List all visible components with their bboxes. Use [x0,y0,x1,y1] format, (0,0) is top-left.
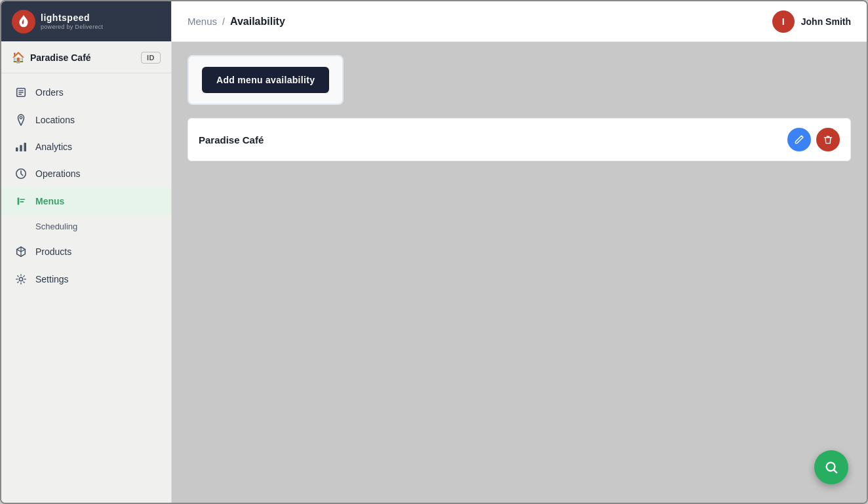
topbar: Menus / Availability I John Smith [172,1,867,42]
svg-rect-6 [16,147,18,151]
sidebar-item-orders-label: Orders [35,87,64,98]
store-info: 🏠 Paradise Café [12,51,91,64]
sidebar-item-menus-label: Menus [35,196,64,206]
store-name: Paradise Café [30,52,91,63]
cafe-row-name: Paradise Café [199,134,264,145]
sidebar-item-orders[interactable]: Orders [1,79,171,106]
sidebar-sub-item-scheduling-label: Scheduling [35,222,77,231]
add-button-container: Add menu availability [187,55,344,105]
store-icon: 🏠 [12,51,25,64]
operations-icon [14,168,28,180]
sidebar-item-products-label: Products [35,246,71,257]
delete-button[interactable] [816,128,840,151]
main-content: Menus / Availability I John Smith Add me… [172,1,867,503]
sidebar-item-locations-label: Locations [35,115,75,125]
locations-icon [14,114,28,126]
sidebar: lightspeed powered by Deliverect 🏠 Parad… [1,1,172,503]
analytics-icon [14,142,28,152]
sidebar-item-operations[interactable]: Operations [1,160,171,187]
user-avatar: I [772,10,795,33]
sidebar-item-analytics[interactable]: Analytics [1,134,171,160]
sidebar-item-analytics-label: Analytics [35,142,72,152]
edit-button[interactable] [787,128,811,151]
sidebar-item-settings-label: Settings [35,274,69,284]
add-menu-availability-button[interactable]: Add menu availability [202,67,329,93]
svg-line-12 [834,470,837,473]
sidebar-item-operations-label: Operations [35,168,80,179]
sidebar-item-menus[interactable]: Menus [1,187,171,215]
svg-point-10 [19,277,22,281]
sidebar-item-products[interactable]: Products [1,238,171,265]
svg-point-5 [20,117,22,119]
page-content: Add menu availability Paradise Café [172,42,867,503]
breadcrumb: Menus / Availability [187,16,285,28]
products-icon [14,246,28,258]
menus-icon [14,195,28,207]
cafe-availability-row: Paradise Café [187,118,851,161]
store-row: 🏠 Paradise Café ID [1,42,171,73]
sidebar-sub-item-scheduling[interactable]: Scheduling [1,215,171,238]
settings-icon [14,273,28,285]
breadcrumb-parent[interactable]: Menus [187,16,217,27]
breadcrumb-current: Availability [230,16,285,28]
store-id-badge[interactable]: ID [141,52,161,64]
brand-sub: powered by Deliverect [41,24,103,30]
logo: lightspeed powered by Deliverect [1,1,171,42]
user-name: John Smith [801,16,851,27]
brand-name: lightspeed [41,12,103,24]
row-actions [787,128,840,151]
svg-rect-7 [20,145,22,151]
sidebar-item-locations[interactable]: Locations [1,106,171,134]
breadcrumb-separator: / [222,16,225,27]
svg-rect-8 [24,143,26,151]
sidebar-item-settings[interactable]: Settings [1,265,171,293]
search-fab[interactable] [814,450,848,484]
sidebar-nav: Orders Locations Analytics Operations Me [1,73,171,503]
user-menu[interactable]: I John Smith [772,10,851,33]
logo-text: lightspeed powered by Deliverect [41,12,103,30]
orders-icon [14,87,28,98]
